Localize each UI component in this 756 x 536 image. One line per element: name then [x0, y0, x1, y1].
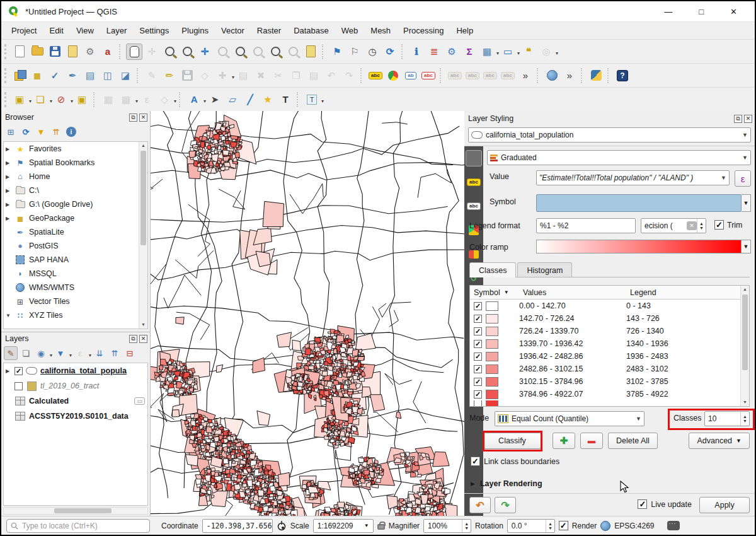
browser-item-drive-folder[interactable]: ▶G:\ (Google Drive) [4, 197, 147, 211]
new-virtual-layer[interactable]: ◫ [100, 67, 116, 84]
menu-database[interactable]: Database [287, 23, 335, 38]
trim-checkbox[interactable]: ✓ [714, 220, 724, 230]
link-class-boundaries-checkbox[interactable]: ✓ [471, 457, 480, 466]
collapse-arrow-icon[interactable]: ▶ [471, 481, 475, 487]
tab-histogram[interactable]: Histogram [517, 262, 572, 277]
open-project[interactable] [29, 44, 45, 60]
browser-item-drive-folder[interactable]: ▶C:\ [4, 184, 147, 197]
menu-edit[interactable]: Edit [43, 23, 69, 38]
measure-line-dropdown[interactable]: ▾ [517, 50, 520, 56]
browser-item-wms[interactable]: WMS/WMTS [4, 281, 147, 294]
class-color-swatch[interactable] [486, 327, 498, 336]
measure-line[interactable]: ▭ [500, 44, 516, 60]
processing-toolbox[interactable]: ⚙ [444, 44, 460, 60]
menu-layer[interactable]: Layer [100, 23, 134, 38]
filter-legend-dropdown[interactable]: ▾ [69, 352, 72, 358]
create-polygon-annotation[interactable]: ▱ [224, 91, 241, 108]
menu-processing[interactable]: Processing [397, 23, 450, 38]
browser-properties[interactable]: i [64, 125, 78, 139]
layer-visibility-checkbox[interactable] [14, 382, 23, 390]
value-expression-combo[interactable]: "Estimate!!Total!!Total population" / "A… [536, 170, 730, 185]
statistical-summary[interactable]: Σ [461, 44, 478, 60]
map-tip-text-dropdown[interactable]: ▾ [321, 98, 324, 104]
new-shapefile-layer[interactable]: ✓ [47, 67, 63, 84]
manage-map-themes-dropdown[interactable]: ▾ [50, 352, 52, 358]
class-visibility-checkbox[interactable]: ✓ [474, 327, 482, 335]
layer-labeling[interactable]: abc [367, 67, 384, 84]
rotation-spinner[interactable]: ▲▼ [546, 520, 554, 532]
browser-item-vector-tiles[interactable]: ⊞Vector Tiles [4, 294, 147, 308]
new-temporary-scratch-layer[interactable]: ▤ [82, 67, 98, 84]
menu-mesh[interactable]: Mesh [364, 23, 397, 38]
deselect-features[interactable]: ⊘ [53, 91, 69, 108]
menu-settings[interactable]: Settings [133, 23, 175, 38]
annotation-toolbar-dropdown[interactable]: ▾ [203, 98, 206, 104]
expand-all-layers[interactable]: ⇊ [93, 346, 106, 360]
maximize-button[interactable]: □ [699, 7, 704, 16]
class-row[interactable]: ✓1936.42 - 2482.861936 - 2483 [470, 350, 749, 363]
select-features[interactable]: ▣ [11, 91, 28, 108]
create-marker-annotation[interactable]: ★ [260, 91, 276, 108]
precision-spinbox[interactable]: ecision ( ✕ ▲▼ [641, 218, 706, 233]
style-manager[interactable]: a [100, 44, 116, 60]
expander-icon[interactable]: ▶ [6, 160, 11, 166]
styling-close-icon[interactable]: ✕ [744, 115, 752, 123]
expander-icon[interactable]: ▶ [6, 174, 11, 180]
collapse-all-browser[interactable]: ⇈ [49, 125, 63, 139]
color-ramp-button[interactable] [536, 240, 742, 253]
class-color-swatch[interactable] [486, 377, 498, 387]
layer-item-tl-2019-06-tract[interactable]: tl_2019_06_tract [4, 378, 147, 393]
browser-item-sap-hana[interactable]: SAP HANA [4, 253, 147, 267]
memory-layer-indicator-icon[interactable]: ▭ [134, 397, 145, 405]
new-geopackage-layer[interactable]: ◼ [29, 67, 45, 84]
check-geometries-dropdown[interactable]: ▾ [174, 98, 176, 104]
class-row[interactable]: ✓0.00 - 142.700 - 143 [470, 300, 749, 312]
class-row[interactable]: ✓3784.96 - 4922.073785 - 4922 [470, 388, 749, 400]
layer-visibility-checkbox[interactable]: ✓ [14, 367, 23, 375]
class-visibility-checkbox[interactable]: ✓ [474, 315, 482, 323]
class-color-swatch[interactable] [486, 364, 498, 374]
show-spatial-bookmarks[interactable]: ⚐ [346, 44, 363, 60]
annotation-toolbar[interactable]: A [186, 91, 202, 108]
class-row-partial[interactable] [470, 400, 749, 406]
clear-value-icon[interactable]: ✕ [687, 221, 697, 230]
undo-style-button[interactable]: ↶ [469, 497, 491, 513]
identify-features[interactable]: ℹ [408, 44, 425, 60]
menu-view[interactable]: View [70, 23, 100, 38]
class-row[interactable]: ✓142.70 - 726.24143 - 726 [470, 312, 749, 325]
rotation-spinbox[interactable]: 0.0 ° ▲▼ [507, 519, 555, 533]
menu-plugins[interactable]: Plugins [175, 23, 215, 38]
select-features-by-value[interactable]: ❏ [32, 91, 49, 108]
class-row[interactable]: ✓726.24 - 1339.70726 - 1340 [470, 325, 749, 337]
mode-select[interactable]: Equal Count (Quantile) ▼ [495, 411, 644, 426]
delete-all-button[interactable]: Delete All [608, 433, 658, 449]
menu-help[interactable]: Help [450, 23, 479, 38]
new-project[interactable] [11, 44, 28, 60]
add-selected-layers[interactable]: ⊞ [4, 125, 18, 139]
expander-icon[interactable]: ▶ [6, 188, 11, 194]
legend-format-input[interactable]: %1 - %2 [536, 218, 636, 233]
magnifier-spinner[interactable]: ▲▼ [462, 520, 471, 532]
class-row[interactable]: ✓1339.70 - 1936.421340 - 1936 [470, 337, 749, 350]
metasearch-web[interactable] [544, 67, 560, 84]
scale-combobox[interactable]: 1:1692209▼ [313, 519, 374, 533]
labels-tab[interactable]: abc [466, 174, 482, 190]
expander-icon[interactable]: ▼ [6, 313, 11, 318]
layer-item-calculated[interactable]: Calculated▭ [4, 393, 147, 409]
toggle-editing[interactable]: ✏ [161, 67, 178, 84]
create-text-annotation[interactable]: T [277, 91, 294, 108]
zoom-last[interactable] [267, 44, 284, 60]
messages-icon[interactable] [667, 521, 680, 530]
redo-style-button[interactable]: ↷ [495, 497, 516, 513]
symbol-color-button[interactable] [536, 194, 742, 212]
layer-labeling-single[interactable]: ab [403, 67, 419, 84]
select-annotation[interactable]: ➤ [207, 91, 223, 108]
browser-item-bookmarks[interactable]: ▶⚑Spatial Bookmarks [4, 156, 147, 170]
new-mesh-layer[interactable]: ◪ [117, 67, 134, 84]
filter-browser[interactable]: ▼ [34, 125, 48, 139]
deselect-features-dropdown[interactable]: ▾ [71, 98, 73, 104]
minimize-button[interactable]: — [664, 7, 672, 16]
advanced-button[interactable]: Advanced▼ [689, 433, 750, 449]
menu-vector[interactable]: Vector [215, 23, 251, 38]
class-color-swatch[interactable] [486, 352, 498, 361]
